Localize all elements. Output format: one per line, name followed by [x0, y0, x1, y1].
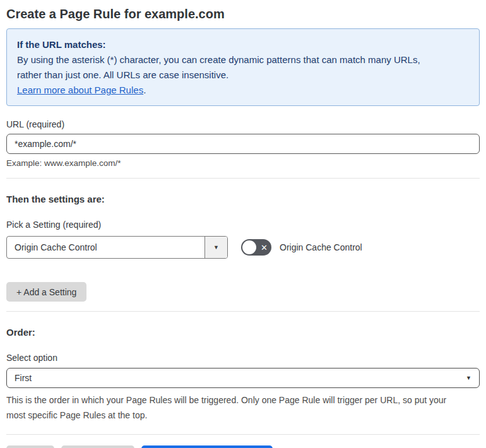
settings-section-heading: Then the settings are:: [6, 194, 480, 204]
info-box-link-line: Learn more about Page Rules.: [17, 83, 469, 98]
setting-select-value: Origin Cache Control: [7, 237, 204, 258]
create-page-rule-form: Create a Page Rule for example.com If th…: [0, 0, 486, 448]
info-box-body-line1: By using the asterisk (*) character, you…: [17, 52, 469, 68]
order-help-line1: This is the order in which your Page Rul…: [6, 392, 480, 408]
cancel-button[interactable]: Cancel: [6, 445, 54, 448]
order-help-text: This is the order in which your Page Rul…: [6, 392, 480, 423]
add-setting-button[interactable]: + Add a Setting: [6, 282, 86, 302]
save-and-deploy-button[interactable]: Save and Deploy Page Rule: [141, 445, 273, 448]
save-as-draft-button[interactable]: Save as Draft: [61, 445, 135, 448]
url-match-info-box: If the URL matches: By using the asteris…: [6, 28, 480, 106]
page-title: Create a Page Rule for example.com: [6, 5, 480, 23]
order-select[interactable]: First ▼: [6, 368, 480, 388]
setting-row: Origin Cache Control ▼ ✕ Origin Cache Co…: [6, 236, 480, 259]
order-select-label: Select option: [6, 353, 480, 363]
order-select-value: First: [15, 373, 32, 383]
setting-select[interactable]: Origin Cache Control ▼: [6, 236, 228, 259]
setting-select-arrow-button[interactable]: ▼: [204, 237, 227, 258]
divider: [6, 178, 480, 179]
info-box-heading: If the URL matches:: [17, 37, 469, 52]
url-field-label: URL (required): [6, 119, 480, 130]
chevron-down-icon: ▼: [213, 244, 219, 251]
divider: [6, 434, 480, 435]
link-period: .: [143, 85, 146, 95]
toggle-label: Origin Cache Control: [280, 242, 362, 252]
toggle-knob: [242, 240, 256, 254]
chevron-down-icon: ▼: [466, 375, 471, 381]
toggle-off-x-icon: ✕: [261, 244, 268, 252]
divider: [6, 311, 480, 312]
url-example-text: Example: www.example.com/*: [6, 158, 480, 168]
order-section-heading: Order:: [6, 327, 480, 338]
learn-more-link[interactable]: Learn more about Page Rules: [17, 85, 143, 95]
origin-cache-control-toggle[interactable]: ✕: [241, 239, 271, 256]
form-actions: Cancel Save as Draft Save and Deploy Pag…: [6, 445, 480, 448]
order-help-line2: most specific Page Rules at the top.: [6, 408, 480, 423]
info-box-body-line2: rather than just one. All URLs are case …: [17, 68, 469, 83]
pick-setting-label: Pick a Setting (required): [6, 220, 480, 230]
url-input[interactable]: [6, 134, 480, 154]
